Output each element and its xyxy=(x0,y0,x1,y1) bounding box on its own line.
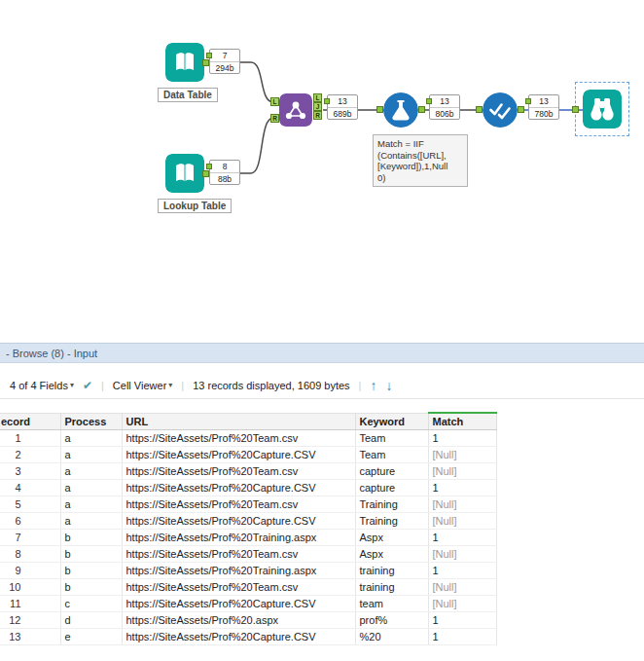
url-cell[interactable]: https://SiteAssets/Prof%20.aspx xyxy=(122,611,355,628)
record-cell[interactable]: 7 xyxy=(0,529,60,545)
match-cell[interactable]: [Null] xyxy=(428,462,496,479)
table-row[interactable]: 9bhttps://SiteAssets/Prof%20Training.asp… xyxy=(0,562,496,578)
table-row[interactable]: 5ahttps://SiteAssets/Prof%20Team.csvTrai… xyxy=(0,496,496,512)
match-cell[interactable]: [Null] xyxy=(428,446,496,462)
match-cell[interactable]: [Null] xyxy=(428,595,496,611)
process-cell[interactable]: b xyxy=(60,529,122,545)
match-cell[interactable]: 1 xyxy=(428,529,496,545)
process-cell[interactable]: d xyxy=(60,611,122,628)
scroll-up-icon[interactable]: ↑ xyxy=(370,378,376,393)
record-cell[interactable]: 1 xyxy=(0,429,60,446)
input-data-tool-lookup-table[interactable] xyxy=(165,154,204,193)
table-row[interactable]: 10bhttps://SiteAssets/Prof%20Team.csvtra… xyxy=(0,578,496,595)
apply-check-icon[interactable]: ✔ xyxy=(83,379,92,392)
url-cell[interactable]: https://SiteAssets/Prof%20Capture.CSV xyxy=(122,595,355,611)
table-row[interactable]: 1ahttps://SiteAssets/Prof%20Team.csvTeam… xyxy=(0,429,496,446)
record-cell[interactable]: 5 xyxy=(0,496,60,512)
keyword-cell[interactable]: Aspx xyxy=(355,545,428,562)
scroll-down-icon[interactable]: ↓ xyxy=(385,378,392,393)
badge-size: 88b xyxy=(210,172,239,184)
column-header-process[interactable]: Process xyxy=(60,413,122,429)
process-cell[interactable]: b xyxy=(60,578,122,595)
record-cell[interactable]: 12 xyxy=(0,611,60,628)
table-row[interactable]: 7bhttps://SiteAssets/Prof%20Training.asp… xyxy=(0,529,496,545)
process-cell[interactable]: e xyxy=(60,628,122,644)
url-cell[interactable]: https://SiteAssets/Prof%20Team.csv xyxy=(122,496,355,512)
keyword-cell[interactable]: team xyxy=(355,595,428,611)
match-cell[interactable]: [Null] xyxy=(428,578,496,595)
url-cell[interactable]: https://SiteAssets/Prof%20Capture.CSV xyxy=(122,479,355,496)
url-cell[interactable]: https://SiteAssets/Prof%20Team.csv xyxy=(122,578,355,595)
process-cell[interactable]: a xyxy=(60,496,122,512)
match-cell[interactable]: 1 xyxy=(428,611,496,628)
process-cell[interactable]: a xyxy=(60,479,122,496)
column-header-url[interactable]: URL xyxy=(122,413,355,429)
record-cell[interactable]: 8 xyxy=(0,545,60,562)
formula-tool[interactable] xyxy=(383,92,418,128)
input-data-icon xyxy=(165,154,204,193)
join-input-left: L xyxy=(270,97,279,106)
keyword-cell[interactable]: %20 xyxy=(355,628,428,644)
select-tool[interactable] xyxy=(483,92,518,128)
url-cell[interactable]: https://SiteAssets/Prof%20Team.csv xyxy=(122,545,355,562)
url-cell[interactable]: https://SiteAssets/Prof%20Capture.CSV xyxy=(122,628,355,644)
process-cell[interactable]: c xyxy=(60,595,122,611)
column-header-match[interactable]: Match xyxy=(428,413,496,429)
match-cell[interactable]: [Null] xyxy=(428,512,496,529)
process-cell[interactable]: a xyxy=(60,462,122,479)
match-cell[interactable]: [Null] xyxy=(428,545,496,562)
process-cell[interactable]: b xyxy=(60,545,122,562)
toolbar-divider: | xyxy=(181,380,184,391)
record-cell[interactable]: 10 xyxy=(0,578,60,595)
process-cell[interactable]: a xyxy=(60,446,122,462)
alteryx-window: 7 294b Data Table 8 88b Lookup Table xyxy=(0,0,644,661)
column-header-keyword[interactable]: Keyword xyxy=(355,413,428,429)
table-row[interactable]: 8bhttps://SiteAssets/Prof%20Team.csvAspx… xyxy=(0,545,496,562)
record-cell[interactable]: 2 xyxy=(0,446,60,462)
keyword-cell[interactable]: Training xyxy=(355,512,428,529)
table-row[interactable]: 11chttps://SiteAssets/Prof%20Capture.CSV… xyxy=(0,595,496,611)
url-cell[interactable]: https://SiteAssets/Prof%20Team.csv xyxy=(122,462,355,479)
table-row[interactable]: 4ahttps://SiteAssets/Prof%20Capture.CSVc… xyxy=(0,479,496,496)
join-output-l: L xyxy=(313,93,322,102)
table-row[interactable]: 12dhttps://SiteAssets/Prof%20.aspxprof%1 xyxy=(0,611,496,628)
record-cell[interactable]: 9 xyxy=(0,562,60,578)
keyword-cell[interactable]: prof% xyxy=(355,611,428,628)
keyword-cell[interactable]: training xyxy=(355,562,428,578)
keyword-cell[interactable]: Training xyxy=(355,496,428,512)
record-cell[interactable]: 11 xyxy=(0,595,60,611)
url-cell[interactable]: https://SiteAssets/Prof%20Capture.CSV xyxy=(122,512,355,529)
match-cell[interactable]: 1 xyxy=(428,429,496,446)
table-row[interactable]: 3ahttps://SiteAssets/Prof%20Team.csvcapt… xyxy=(0,462,496,479)
table-row[interactable]: 6ahttps://SiteAssets/Prof%20Capture.CSVT… xyxy=(0,512,496,529)
table-row[interactable]: 13ehttps://SiteAssets/Prof%20Capture.CSV… xyxy=(0,628,496,644)
url-cell[interactable]: https://SiteAssets/Prof%20Training.aspx xyxy=(122,562,355,578)
record-cell[interactable]: 6 xyxy=(0,512,60,529)
process-cell[interactable]: b xyxy=(60,562,122,578)
url-cell[interactable]: https://SiteAssets/Prof%20Training.aspx xyxy=(122,529,355,545)
process-cell[interactable]: a xyxy=(60,512,122,529)
keyword-cell[interactable]: Aspx xyxy=(355,529,428,545)
match-cell[interactable]: 1 xyxy=(428,562,496,578)
cell-viewer-dropdown[interactable]: Cell Viewer ▾ xyxy=(113,380,172,391)
keyword-cell[interactable]: Team xyxy=(355,446,428,462)
keyword-cell[interactable]: Team xyxy=(355,429,428,446)
record-cell[interactable]: 3 xyxy=(0,462,60,479)
match-cell[interactable]: [Null] xyxy=(428,496,496,512)
table-row[interactable]: 2ahttps://SiteAssets/Prof%20Capture.CSVT… xyxy=(0,446,496,462)
record-cell[interactable]: 13 xyxy=(0,628,60,644)
url-cell[interactable]: https://SiteAssets/Prof%20Team.csv xyxy=(122,429,355,446)
input-data-tool-data-table[interactable] xyxy=(165,43,204,82)
keyword-cell[interactable]: capture xyxy=(355,479,428,496)
column-header-record[interactable]: ecord xyxy=(0,413,60,429)
match-cell[interactable]: 1 xyxy=(428,628,496,644)
process-cell[interactable]: a xyxy=(60,429,122,446)
match-cell[interactable]: 1 xyxy=(428,479,496,496)
keyword-cell[interactable]: capture xyxy=(355,462,428,479)
url-cell[interactable]: https://SiteAssets/Prof%20Capture.CSV xyxy=(122,446,355,462)
fields-dropdown[interactable]: 4 of 4 Fields ▾ xyxy=(10,380,74,391)
record-cell[interactable]: 4 xyxy=(0,479,60,496)
keyword-cell[interactable]: training xyxy=(355,578,428,595)
join-tool[interactable] xyxy=(279,93,312,127)
workflow-canvas[interactable]: 7 294b Data Table 8 88b Lookup Table xyxy=(0,0,644,343)
